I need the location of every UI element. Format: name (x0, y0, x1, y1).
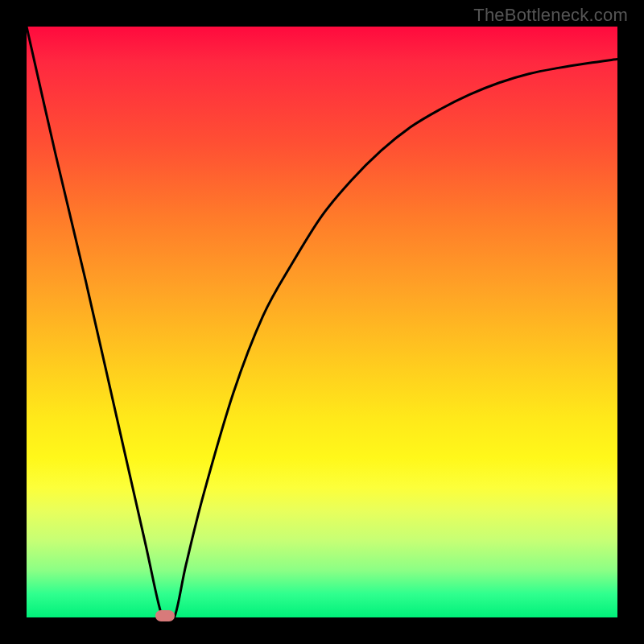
bottleneck-curve (27, 27, 617, 617)
chart-frame: TheBottleneck.com (0, 0, 644, 644)
watermark-text: TheBottleneck.com (473, 5, 628, 26)
plot-area (27, 27, 617, 617)
min-marker (155, 610, 175, 621)
curve-svg (27, 27, 617, 617)
